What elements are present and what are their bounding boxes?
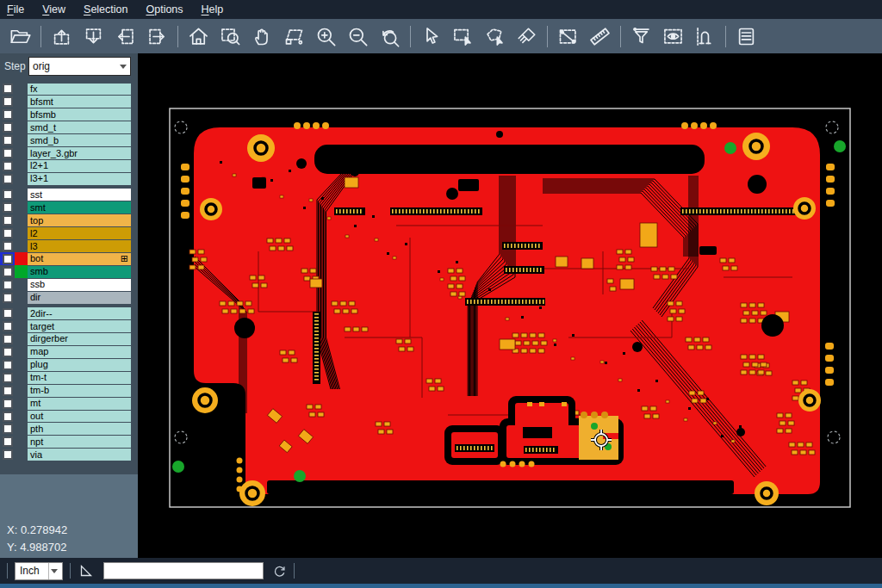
- layer-visibility-checkbox[interactable]: [0, 227, 15, 240]
- layer-row-top[interactable]: top: [0, 214, 138, 227]
- menu-file[interactable]: File: [7, 3, 24, 15]
- layer-row-layer_3.gbr[interactable]: layer_3.gbr: [0, 147, 138, 160]
- open-button[interactable]: [4, 22, 36, 51]
- layer-row-bfsmt[interactable]: bfsmt: [0, 96, 138, 108]
- layer-row-smt[interactable]: smt: [0, 201, 138, 214]
- layer-visibility-checkbox[interactable]: [0, 189, 15, 201]
- layer-label[interactable]: bot⊞: [28, 253, 131, 265]
- layer-label[interactable]: fx: [28, 84, 131, 96]
- layer-row-smd_t[interactable]: smd_t: [0, 121, 138, 134]
- layer-label[interactable]: 2dir--: [28, 307, 131, 319]
- layer-label[interactable]: ssb: [28, 279, 131, 291]
- layer-row-plug[interactable]: plug: [0, 358, 138, 371]
- layer-label[interactable]: layer_3.gbr: [28, 147, 131, 159]
- layer-row-bot[interactable]: bot⊞: [0, 252, 138, 265]
- layer-label[interactable]: out: [28, 411, 131, 423]
- layer-row-pth[interactable]: pth: [0, 423, 138, 436]
- layer-visibility-checkbox[interactable]: [0, 252, 15, 265]
- layer-row-bfsmb[interactable]: bfsmb: [0, 108, 138, 121]
- layer-label[interactable]: target: [28, 320, 131, 332]
- layer-row-l2+1[interactable]: l2+1: [0, 160, 138, 173]
- select-polygon-button[interactable]: [479, 22, 511, 51]
- pan-hand-button[interactable]: [246, 22, 278, 51]
- layer-label[interactable]: plug: [28, 359, 131, 371]
- layer-label[interactable]: l2: [28, 227, 131, 239]
- refresh-button[interactable]: [272, 564, 287, 579]
- layer-row-2dir--[interactable]: 2dir--: [0, 307, 138, 320]
- layer-label[interactable]: dir: [28, 292, 131, 304]
- layer-row-smd_b[interactable]: smd_b: [0, 134, 138, 147]
- zoom-previous-button[interactable]: [374, 22, 406, 51]
- layer-visibility-checkbox[interactable]: [0, 320, 15, 333]
- layer-label[interactable]: l3+1: [28, 173, 131, 185]
- ruler-button[interactable]: [584, 22, 616, 51]
- layer-row-target[interactable]: target: [0, 320, 138, 333]
- command-input[interactable]: [103, 562, 264, 579]
- home-button[interactable]: [183, 22, 214, 51]
- layer-row-l2[interactable]: l2: [0, 227, 138, 240]
- layer-visibility-checkbox[interactable]: [0, 307, 15, 320]
- layer-row-tm-t[interactable]: tm-t: [0, 371, 138, 384]
- layer-visibility-checkbox[interactable]: [0, 410, 15, 423]
- pan-left-button[interactable]: [109, 22, 141, 51]
- layer-row-dirgerber[interactable]: dirgerber: [0, 333, 138, 346]
- menu-options[interactable]: Options: [146, 3, 183, 15]
- layer-label[interactable]: pth: [28, 423, 131, 435]
- layer-visibility-checkbox[interactable]: [0, 278, 15, 291]
- layer-visibility-checkbox[interactable]: [0, 96, 15, 108]
- highlight-button[interactable]: [657, 22, 689, 51]
- layer-row-map[interactable]: map: [0, 345, 138, 358]
- layer-visibility-checkbox[interactable]: [0, 423, 15, 436]
- layer-visibility-checkbox[interactable]: [0, 121, 15, 134]
- layer-label[interactable]: smb: [28, 266, 131, 278]
- filter-button[interactable]: [625, 22, 657, 51]
- step-select[interactable]: orig: [28, 57, 131, 76]
- layer-label[interactable]: dirgerber: [28, 333, 131, 345]
- layer-label[interactable]: bfsmt: [28, 96, 131, 108]
- report-button[interactable]: [730, 22, 762, 51]
- layer-visibility-checkbox[interactable]: [0, 397, 15, 410]
- zoom-out-button[interactable]: [342, 22, 374, 51]
- layer-visibility-checkbox[interactable]: [0, 160, 15, 173]
- layer-visibility-checkbox[interactable]: [0, 384, 15, 397]
- layer-label[interactable]: smt: [28, 201, 131, 214]
- layer-label[interactable]: bfsmb: [28, 108, 131, 121]
- layer-label[interactable]: top: [28, 214, 131, 226]
- layer-label[interactable]: smd_t: [28, 121, 131, 133]
- menu-selection[interactable]: Selection: [84, 3, 127, 15]
- layer-visibility-checkbox[interactable]: [0, 291, 15, 304]
- pan-up-button[interactable]: [46, 22, 78, 51]
- menu-view[interactable]: View: [42, 3, 65, 15]
- pan-right-button[interactable]: [141, 22, 173, 51]
- layer-visibility-checkbox[interactable]: [0, 358, 15, 371]
- pcb-canvas[interactable]: [138, 53, 882, 558]
- layer-visibility-checkbox[interactable]: [0, 345, 15, 358]
- layer-label[interactable]: smd_b: [28, 134, 131, 146]
- select-button[interactable]: [415, 22, 447, 51]
- layer-row-dir[interactable]: dir: [0, 291, 138, 304]
- layer-visibility-checkbox[interactable]: [0, 172, 15, 185]
- layer-label[interactable]: sst: [28, 189, 131, 201]
- angle-mode-icon[interactable]: [78, 564, 95, 578]
- layer-row-tm-b[interactable]: tm-b: [0, 384, 138, 397]
- layer-visibility-checkbox[interactable]: [0, 147, 15, 160]
- zoom-selection-button[interactable]: [278, 22, 310, 51]
- unit-select[interactable]: Inch: [15, 562, 63, 580]
- layer-row-mt[interactable]: mt: [0, 397, 138, 410]
- layer-color-swatch[interactable]: [15, 252, 28, 265]
- layer-row-smb[interactable]: smb: [0, 265, 138, 278]
- layer-visibility-checkbox[interactable]: [0, 134, 15, 147]
- layer-row-sst[interactable]: sst: [0, 189, 138, 201]
- layer-row-ssb[interactable]: ssb: [0, 278, 138, 291]
- layer-row-fx[interactable]: fx: [0, 83, 138, 96]
- layer-visibility-checkbox[interactable]: [0, 371, 15, 384]
- snap-button[interactable]: [689, 22, 721, 51]
- layer-visibility-checkbox[interactable]: [0, 436, 15, 449]
- layer-row-out[interactable]: out: [0, 410, 138, 423]
- layer-visibility-checkbox[interactable]: [0, 449, 15, 461]
- layer-row-via[interactable]: via: [0, 449, 138, 461]
- layer-label[interactable]: map: [28, 346, 131, 358]
- layer-row-l3+1[interactable]: l3+1: [0, 172, 138, 185]
- layer-color-swatch[interactable]: [15, 265, 28, 278]
- layer-visibility-checkbox[interactable]: [0, 108, 15, 121]
